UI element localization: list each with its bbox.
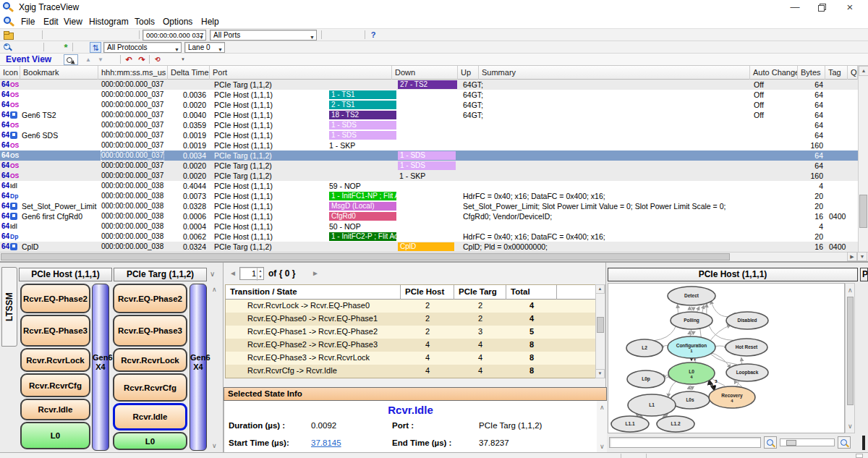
transition-row[interactable]: Rcvr.RcvrLock -> Rcvr.EQ-Phase0224: [226, 300, 596, 313]
column-header-bookmark[interactable]: Bookmark: [20, 66, 98, 80]
menu-edit[interactable]: Edit: [43, 17, 59, 27]
start-time-link[interactable]: 37.8145: [311, 438, 341, 447]
zoom-slider-thumb[interactable]: [786, 440, 796, 446]
scroll-down-button[interactable]: ▼: [857, 252, 867, 261]
column-header-hhh-mm-ss-ms-us[interactable]: hhh:mm:ss.ms_us: [98, 66, 168, 80]
state-node-L0p[interactable]: L0p: [627, 370, 665, 388]
table-row[interactable]: 64OS000:00:00.000_0370.0020PCIe Targ (1,…: [0, 161, 858, 171]
close-button[interactable]: ×: [838, 0, 862, 14]
ltssm-state-rcvr-eq-phase2[interactable]: Rcvr.EQ-Phase2: [113, 284, 187, 313]
ltssm-state-rcvr-idle[interactable]: Rcvr.Idle: [20, 399, 90, 420]
minimize-button[interactable]: —: [783, 0, 807, 14]
transition-row[interactable]: Rcvr.RcvrCfg -> Rcvr.Idle448: [226, 365, 596, 378]
transition-row[interactable]: Rcvr.EQ-Phase3 -> Rcvr.RcvrLock448: [226, 352, 596, 365]
green-asterisk-icon[interactable]: *: [60, 42, 72, 53]
table-row[interactable]: 64Dp000:00:00.000_0380.0073PCIe Host (1,…: [0, 191, 858, 201]
undo-red-icon[interactable]: ↶: [123, 54, 135, 65]
column-header-delta-time[interactable]: Delta Time: [168, 66, 210, 80]
menu-view[interactable]: View: [64, 17, 82, 27]
transition-table-scrollbar[interactable]: ▲ ▼: [595, 284, 605, 378]
ltssm-state-rcvr-rcvrlock[interactable]: Rcvr.RcvrLock: [20, 348, 90, 372]
column-header-qu[interactable]: Qu: [848, 66, 858, 80]
event-table-hscrollbar[interactable]: ▶ ▼: [0, 252, 868, 261]
ltssm-port-header[interactable]: PCIe Targ (1,1,2): [114, 268, 207, 281]
state-node-Polling[interactable]: Polling: [671, 312, 712, 329]
column-header-auto-change[interactable]: Auto Change: [750, 66, 798, 80]
state-node-HotReset[interactable]: Hot Reset: [726, 339, 767, 356]
zoom-out-button[interactable]: [764, 436, 777, 449]
column-header-tag[interactable]: Tag: [825, 66, 848, 80]
ports-combo[interactable]: All Ports▼: [210, 30, 317, 41]
zoom-in-button[interactable]: [838, 436, 851, 449]
help-icon[interactable]: ?: [367, 30, 379, 41]
ltssm-state-l0[interactable]: L0: [20, 422, 90, 449]
ltssm-state-rcvr-eq-phase2[interactable]: Rcvr.EQ-Phase2: [20, 284, 90, 313]
menu-histogram[interactable]: Histogram: [89, 17, 129, 27]
state-node-Recovery[interactable]: Recovery4: [709, 386, 755, 408]
diag-vthumb[interactable]: [847, 297, 854, 405]
state-node-Configuration[interactable]: Configuration1: [668, 336, 715, 358]
ssi-scroll-up-icon[interactable]: ∧: [600, 404, 605, 411]
ltssm-state-l0[interactable]: L0: [113, 432, 187, 450]
nav-next-icon[interactable]: ►: [312, 269, 319, 277]
column-header-port[interactable]: Port: [210, 66, 392, 80]
restore-button[interactable]: [809, 0, 833, 14]
scroll-up-button[interactable]: ▲: [859, 66, 868, 76]
diagram-hscrollbar[interactable]: [609, 437, 761, 448]
time-combo[interactable]: 000:00:00.000 037▼: [142, 30, 206, 41]
column-header-bytes[interactable]: Bytes: [798, 66, 825, 80]
diagram-vscrollbar[interactable]: ∧ ∨: [845, 283, 855, 433]
table-row[interactable]: 64OS000:00:00.000_037PCIe Targ (1,1,2)27…: [0, 80, 858, 90]
ltssm-state-rcvr-rcvrcfg[interactable]: Rcvr.RcvrCfg: [113, 373, 187, 402]
transition-spinner[interactable]: 1 ▲▼: [239, 267, 264, 280]
table-row[interactable]: 64Gen6 TS2000:00:00.000_0370.0040PCIe Ho…: [0, 110, 858, 120]
diagram-header[interactable]: PCIe Host (1,1,1): [608, 268, 858, 281]
table-row[interactable]: 64OS000:00:00.000_0370.0019PCIe Host (1,…: [0, 140, 858, 150]
diag-scroll-down-icon[interactable]: ∨: [848, 423, 853, 430]
column-header-summary[interactable]: Summary: [479, 66, 750, 80]
menu-file[interactable]: File: [21, 17, 35, 27]
state-node-L2[interactable]: L2: [626, 339, 663, 357]
table-row[interactable]: 64Set_Slot_Power_Limit000:00:00.000_0380…: [0, 201, 858, 211]
zoom-in-icon[interactable]: +: [2, 42, 14, 53]
state-node-L0s[interactable]: L0s: [671, 391, 710, 409]
transition-row[interactable]: Rcvr.EQ-Phase1 -> Rcvr.EQ-Phase2235: [226, 326, 596, 339]
updown-arrows-icon[interactable]: ⇅: [90, 42, 101, 53]
table-row[interactable]: 64OS000:00:00.000_0370.0020PCIe Targ (1,…: [0, 171, 858, 181]
spinner-arrows-icon[interactable]: ▲▼: [257, 268, 263, 281]
ttable-thumb[interactable]: [597, 317, 604, 333]
hscroll-thumb[interactable]: [1, 253, 730, 260]
ltssm-state-rcvr-rcvrcfg[interactable]: Rcvr.RcvrCfg: [20, 373, 90, 397]
down-triangle-icon[interactable]: ▼: [95, 54, 106, 65]
event-table-vscrollbar[interactable]: ▲: [858, 66, 868, 252]
select-zoom-icon[interactable]: [64, 54, 78, 65]
menu-help[interactable]: Help: [201, 17, 219, 27]
diag-scroll-up-icon[interactable]: ∧: [848, 287, 853, 294]
ltssm-state-rcvr-eq-phase3[interactable]: Rcvr.EQ-Phase3: [113, 315, 187, 347]
table-row[interactable]: 64OS000:00:00.000_0370.0359PCIe Host (1,…: [0, 120, 858, 130]
scroll-right-button[interactable]: ▶: [847, 252, 857, 261]
menu-tools[interactable]: Tools: [135, 17, 155, 27]
goto-change-icon[interactable]: ⟲: [152, 54, 163, 65]
ttable-scroll-down[interactable]: ▼: [595, 369, 605, 378]
column-header-icon[interactable]: Icon: [0, 66, 20, 80]
ltssm-state-rcvr-rcvrlock[interactable]: Rcvr.RcvrLock: [113, 348, 187, 372]
table-row[interactable]: 64Dp000:00:00.000_0380.0062PCIe Host (1,…: [0, 232, 858, 242]
ttable-scroll-up[interactable]: ▲: [595, 284, 605, 294]
open-folder-icon[interactable]: [2, 30, 14, 41]
protocols-combo[interactable]: All Protocols▼: [103, 42, 182, 53]
state-node-L12[interactable]: L1.2: [657, 416, 694, 432]
window-edge-grip[interactable]: [862, 436, 865, 450]
table-row[interactable]: 64Gen6 SDS000:00:00.000_0370.0019PCIe Ho…: [0, 130, 858, 140]
column-header-up[interactable]: Up: [458, 66, 479, 80]
traffic-light-caret[interactable]: ▼: [177, 54, 189, 65]
redo-red-icon[interactable]: ↷: [136, 54, 148, 65]
table-row[interactable]: 64Gen6 first CfgRd0000:00:00.000_0380.00…: [0, 211, 858, 221]
nav-prev-icon[interactable]: ◄: [229, 269, 237, 277]
transition-row[interactable]: Rcvr.EQ-Phase0 -> Rcvr.EQ-Phase1224: [226, 313, 596, 326]
state-node-L11[interactable]: L1.1: [611, 416, 649, 432]
menu-options[interactable]: Options: [163, 17, 192, 27]
state-node-Loopback[interactable]: Loopback: [726, 364, 768, 381]
ltssm-state-rcvr-eq-phase3[interactable]: Rcvr.EQ-Phase3: [20, 315, 90, 347]
table-row[interactable]: 64CplD000:00:00.000_0380.0324PCIe Targ (…: [0, 242, 858, 252]
